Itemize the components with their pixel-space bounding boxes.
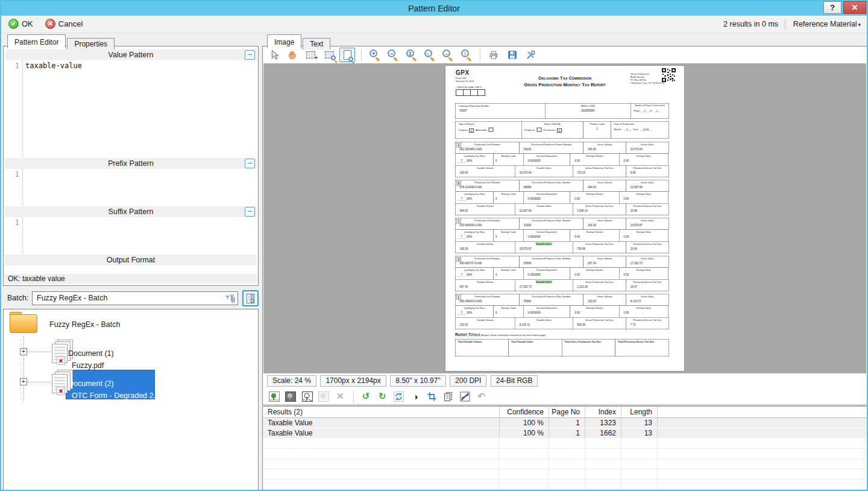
- field-label: Report Filed By: [521, 122, 583, 125]
- close-button[interactable]: ✕: [843, 1, 866, 14]
- pointer-icon: [269, 49, 280, 60]
- field-label: Qualifying Tax Rate: [456, 231, 494, 234]
- field-value: 0: [494, 197, 523, 200]
- pointer-tool-button[interactable]: [266, 48, 282, 62]
- batch-combo[interactable]: Fuzzy RegEx - Batch: [32, 291, 238, 305]
- pan-tool-button[interactable]: [285, 48, 300, 62]
- field-value: 262835660: [546, 109, 631, 112]
- collapse-prefix-button[interactable]: −: [245, 159, 255, 168]
- zoom-fit-button[interactable]: ↔: [422, 48, 438, 62]
- expand-document-2[interactable]: +: [20, 378, 27, 385]
- zoom-actual-button[interactable]: 1: [404, 48, 420, 62]
- field-label: Decimal Equivalent: [523, 231, 570, 234]
- fit-page-button[interactable]: [339, 48, 355, 62]
- image-canvas[interactable]: GPX Form 300 Revised 10-2014 -OFFICE USE…: [263, 63, 866, 373]
- prefix-pattern-editor[interactable]: 1: [5, 169, 257, 205]
- tools-icon: [525, 49, 536, 60]
- collapse-value-button[interactable]: −: [245, 50, 255, 60]
- zoom-fit-icon: ↔: [424, 49, 436, 61]
- select-region-button[interactable]: +: [303, 48, 319, 62]
- field-label: Exempt Code: [494, 231, 523, 234]
- document-preview-icon: [246, 293, 256, 304]
- section-letter: E: [456, 295, 461, 300]
- reference-material-dropdown[interactable]: Reference Material▾: [793, 20, 861, 28]
- value-pattern-text: taxable·value: [23, 60, 82, 157]
- checkbox-empty: [537, 128, 542, 132]
- checkbox-checked: ✕: [469, 128, 474, 133]
- crop-button[interactable]: [425, 390, 438, 402]
- column-confidence[interactable]: Confidence: [499, 407, 549, 417]
- fit-height-button[interactable]: ↕: [459, 48, 474, 62]
- field-label: Petroleum Excise Tax Due: [626, 280, 668, 284]
- field-label: Production Unit Number: [456, 295, 520, 298]
- rotate-left-button[interactable]: ↺: [359, 390, 373, 402]
- tree-root-label[interactable]: Fuzzy RegEx - Batch: [49, 320, 120, 329]
- zoom-out-button[interactable]: −: [385, 48, 401, 62]
- column-page-no[interactable]: Page No: [549, 407, 585, 417]
- bw-image-button[interactable]: [301, 390, 314, 402]
- field-label: Gross Value: [626, 143, 668, 146]
- field-value: 1,546.14: [573, 209, 626, 212]
- column-length[interactable]: Length: [621, 407, 657, 417]
- show-document-button[interactable]: [242, 290, 259, 306]
- color-image-button[interactable]: [268, 390, 281, 402]
- result-row[interactable]: Taxable Value 100 % 1 1323 13: [263, 418, 867, 428]
- document-1-title[interactable]: Document (1): [68, 349, 114, 358]
- collapse-suffix-button[interactable]: −: [245, 207, 255, 217]
- save-button[interactable]: [505, 48, 520, 62]
- fit-width-button[interactable]: ↔: [440, 48, 456, 62]
- grayscale-image-button[interactable]: [284, 390, 297, 402]
- section-letter: A: [456, 143, 461, 148]
- contrast-button[interactable]: ◑: [409, 390, 422, 402]
- empty-row: [263, 480, 867, 490]
- pattern-editor-window: Pattern Editor ? ✕ +✓ OK ✕ Cancel 2 resu…: [0, 0, 868, 491]
- faded-image-icon: [318, 391, 329, 402]
- image-tools-button[interactable]: [523, 48, 538, 62]
- batch-tree: Fuzzy RegEx - Batch + Document (1) Fuzzy…: [3, 309, 259, 490]
- pages-button[interactable]: [442, 390, 455, 402]
- zoom-region-button[interactable]: [321, 48, 337, 62]
- field-label: Exempt Code: [494, 269, 523, 272]
- column-index[interactable]: Index: [585, 407, 621, 417]
- print-button[interactable]: [486, 48, 502, 62]
- field-label: Gross Volume: [583, 257, 626, 260]
- field-label: Exempt Volume: [570, 269, 619, 272]
- tab-text[interactable]: Text: [303, 38, 330, 49]
- fit-width-icon: ↔: [442, 49, 454, 61]
- value-pattern-editor[interactable]: 1 taxable·value: [5, 60, 257, 157]
- tab-pattern-editor[interactable]: Pattern Editor: [7, 34, 66, 48]
- document-2-title[interactable]: Document (2): [68, 379, 114, 388]
- ok-button[interactable]: +✓ OK: [6, 17, 36, 30]
- pattern-panel: Value Pattern − 1 taxable·value Prefix P…: [3, 46, 259, 286]
- refresh-button[interactable]: [392, 390, 406, 402]
- inch-size-indicator: 8.50" x 10.97": [390, 375, 446, 387]
- field-label: Taxable Volume: [456, 204, 515, 207]
- rotate-right-button[interactable]: ↻: [376, 390, 389, 402]
- field-label: Gross Volume: [583, 295, 626, 298]
- field-label: Gross Production Tax Due: [573, 204, 626, 207]
- field-label: Petroleum Excise Tax Due: [626, 318, 668, 322]
- tab-properties[interactable]: Properties: [67, 38, 115, 49]
- office-use-boxes: [456, 89, 485, 96]
- close-icon: ✕: [852, 3, 858, 12]
- document-2-file[interactable]: OTC Form - Degraded 2.pdf: [72, 391, 166, 400]
- result-row[interactable]: Taxable Value 100 % 1 1662 13: [263, 428, 867, 439]
- document-1-file[interactable]: Fuzzy.pdf: [72, 361, 104, 370]
- zoom-in-button[interactable]: +: [367, 48, 383, 62]
- empty-row: [263, 469, 867, 480]
- suffix-pattern-editor[interactable]: 1: [5, 217, 257, 253]
- image-edit-toolbar: ✕ ↺ ↻ ◑ ↶: [263, 388, 867, 405]
- cancel-button[interactable]: ✕ Cancel: [43, 17, 85, 30]
- field-label: Gross Production Tax Due: [573, 242, 626, 246]
- help-button[interactable]: ?: [823, 1, 841, 14]
- field-label: Qualifying Tax Rate: [456, 155, 494, 158]
- field-label: Decimal Equivalent: [523, 155, 570, 158]
- tab-image[interactable]: Image: [267, 34, 301, 48]
- suffix-pattern-header: Suffix Pattern −: [5, 206, 257, 217]
- field-label: Production Unit Number: [456, 143, 520, 146]
- expand-document-1[interactable]: +: [20, 348, 27, 355]
- filter-tree-icon[interactable]: [225, 294, 235, 308]
- field-label: Production Unit Number: [456, 181, 520, 184]
- deskew-button[interactable]: [458, 390, 471, 402]
- deskew-icon: [460, 391, 470, 402]
